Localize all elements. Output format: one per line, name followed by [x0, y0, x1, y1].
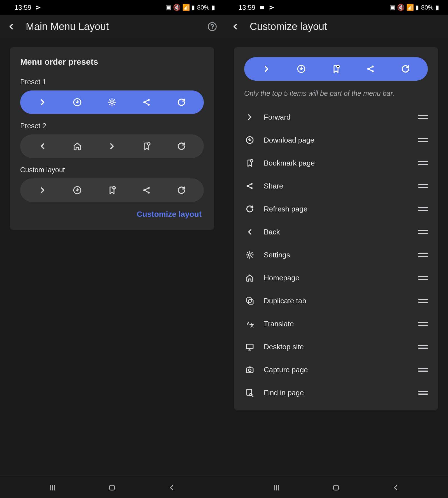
status-time: 13:59 [15, 4, 31, 11]
action-row[interactable]: Duplicate tab [244, 289, 428, 312]
desktop-icon [245, 342, 254, 351]
svg-rect-18 [109, 485, 115, 490]
refresh-icon [177, 141, 186, 151]
camera-icon [245, 365, 254, 374]
share-icon [142, 185, 151, 195]
row-label: Translate [264, 320, 410, 328]
back-icon[interactable] [7, 22, 16, 31]
status-battery: 80% [421, 4, 433, 11]
home-nav-icon[interactable] [332, 483, 340, 492]
home-icon [245, 273, 254, 282]
status-right: ▣ 🔇 📶 ▮ 80% ▮ [165, 4, 215, 11]
gear-icon [245, 250, 254, 259]
row-label: Refresh page [264, 205, 410, 213]
action-row[interactable]: Homepage [244, 266, 428, 289]
row-label: Bookmark page [264, 159, 410, 167]
share-icon [142, 97, 151, 107]
preset-label: Preset 1 [20, 78, 204, 86]
send-icon [269, 4, 275, 11]
action-row[interactable]: Share [244, 174, 428, 197]
status-bar: 13:59 ▣ 🔇 📶 ▮ 80% ▮ [0, 0, 224, 15]
drag-handle-icon[interactable] [418, 230, 428, 234]
back-nav-icon[interactable] [167, 483, 176, 492]
refresh-icon [401, 64, 410, 74]
home-nav-icon[interactable] [108, 483, 116, 492]
download-circle-icon [297, 64, 306, 74]
row-label: Find in page [264, 388, 410, 397]
action-row[interactable]: Back [244, 220, 428, 243]
share-icon [245, 181, 254, 190]
row-label: Share [264, 182, 410, 190]
chevron-right-icon [262, 64, 271, 74]
action-row[interactable]: Capture page [244, 358, 428, 381]
translate-icon [245, 319, 254, 328]
header: Main Menu Layout [0, 15, 224, 38]
action-row[interactable]: Desktop site [244, 335, 428, 358]
drag-handle-icon[interactable] [418, 345, 428, 349]
row-label: Forward [264, 113, 410, 122]
row-label: Settings [264, 251, 410, 259]
recents-icon[interactable] [48, 483, 57, 492]
back-nav-icon[interactable] [391, 483, 400, 492]
preset-bar[interactable] [20, 178, 204, 202]
preset-bar[interactable] [20, 90, 204, 114]
back-icon[interactable] [231, 22, 240, 31]
note: Only the top 5 items will be part of the… [244, 89, 428, 98]
gear-icon [107, 97, 117, 107]
drag-handle-icon[interactable] [418, 253, 428, 257]
home-icon [73, 141, 82, 151]
phone-right: 13:59 ▣ 🔇 📶 ▮ 80% ▮ Customize layout Onl… [224, 0, 448, 498]
row-label: Desktop site [264, 343, 410, 351]
bookmark-add-icon [245, 159, 254, 167]
row-label: Homepage [264, 274, 410, 282]
row-label: Back [264, 228, 410, 236]
refresh-icon [177, 185, 186, 195]
drag-handle-icon[interactable] [418, 276, 428, 280]
recents-icon[interactable] [272, 483, 281, 492]
drag-handle-icon[interactable] [418, 184, 428, 188]
section-title: Menu order presets [20, 57, 204, 67]
drag-handle-icon[interactable] [418, 368, 428, 372]
presets-card: Menu order presets Preset 1Preset 2Custo… [10, 47, 214, 230]
drag-handle-icon[interactable] [418, 115, 428, 119]
drag-handle-icon[interactable] [418, 391, 428, 395]
row-label: Capture page [264, 366, 410, 374]
customize-layout-link[interactable]: Customize layout [20, 210, 204, 219]
action-row[interactable]: Refresh page [244, 197, 428, 220]
page-title: Main Menu Layout [26, 21, 197, 32]
find-icon [245, 388, 254, 397]
action-row[interactable]: Translate [244, 312, 428, 335]
chevron-right-icon [107, 141, 117, 151]
bookmark-add-icon [331, 64, 341, 74]
preset-label: Custom layout [20, 166, 204, 174]
drag-handle-icon[interactable] [418, 161, 428, 165]
bookmark-add-icon [142, 141, 151, 151]
action-row[interactable]: Download page [244, 129, 428, 152]
nav-bar [224, 477, 448, 498]
drag-handle-icon[interactable] [418, 138, 428, 142]
image-icon [259, 5, 265, 10]
help-icon[interactable] [207, 22, 217, 32]
action-row[interactable]: Bookmark page [244, 152, 428, 174]
drag-handle-icon[interactable] [418, 322, 428, 326]
chevron-left-icon [38, 141, 47, 151]
drag-handle-icon[interactable] [418, 299, 428, 303]
status-right: ▣ 🔇 📶 ▮ 80% ▮ [389, 4, 439, 11]
action-row[interactable]: Forward [244, 106, 428, 129]
customize-card: Only the top 5 items will be part of the… [234, 47, 438, 410]
action-row[interactable]: Find in page [244, 381, 428, 404]
action-row[interactable]: Settings [244, 243, 428, 266]
page-title: Customize layout [250, 21, 441, 32]
chevron-right-icon [38, 185, 47, 195]
duplicate-icon [245, 296, 254, 305]
refresh-icon [177, 97, 186, 107]
send-icon [35, 4, 41, 11]
download-circle-icon [73, 185, 82, 195]
status-bar: 13:59 ▣ 🔇 📶 ▮ 80% ▮ [224, 0, 448, 15]
preset-bar[interactable] [20, 134, 204, 158]
drag-handle-icon[interactable] [418, 207, 428, 211]
phone-left: 13:59 ▣ 🔇 📶 ▮ 80% ▮ Main Menu Layout Men… [0, 0, 224, 498]
chevron-left-icon [245, 227, 254, 236]
nav-bar [0, 477, 224, 498]
status-time: 13:59 [239, 4, 255, 11]
